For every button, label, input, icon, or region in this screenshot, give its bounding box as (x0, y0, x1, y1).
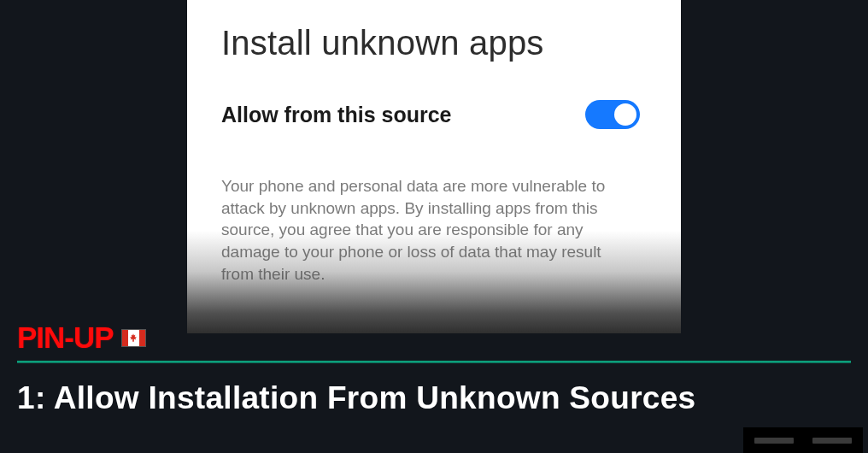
maple-leaf-icon (130, 333, 137, 342)
brand-row: PIN-UP (17, 321, 145, 355)
tab-slot (812, 438, 852, 444)
green-divider (17, 361, 851, 363)
allow-from-source-row[interactable]: Allow from this source (221, 100, 647, 129)
step-heading: 1: Allow Installation From Unknown Sourc… (17, 380, 695, 416)
bottom-dark-tab (743, 427, 863, 453)
android-settings-panel: Install unknown apps Allow from this sou… (187, 0, 681, 333)
flag-white-center (128, 330, 139, 346)
page-container: Install unknown apps Allow from this sou… (0, 0, 868, 453)
tab-slot (754, 438, 794, 444)
flag-red-right (139, 330, 145, 346)
settings-page-title: Install unknown apps (221, 24, 647, 62)
allow-from-source-toggle[interactable] (585, 100, 640, 129)
unknown-apps-warning-text: Your phone and personal data are more vu… (221, 175, 647, 285)
allow-from-source-label: Allow from this source (221, 103, 451, 127)
toggle-knob (614, 103, 636, 126)
flag-red-left (122, 330, 128, 346)
pinup-logo: PIN-UP (17, 321, 114, 355)
canada-flag-icon (122, 330, 145, 346)
